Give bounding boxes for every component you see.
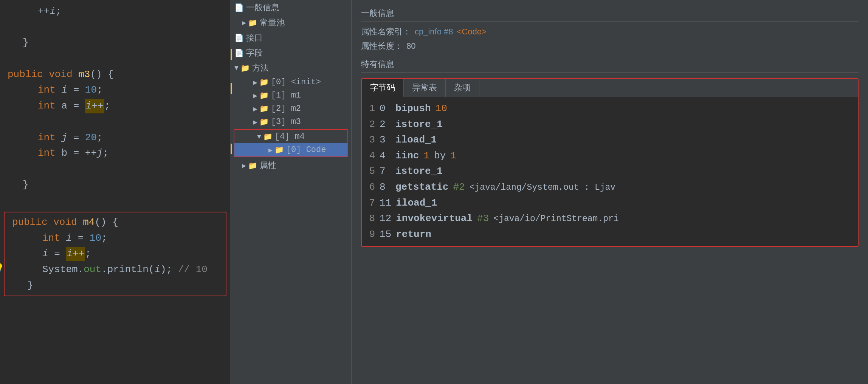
folder-icon: 📁	[248, 18, 257, 28]
bulb-icon: 💡	[0, 263, 4, 275]
yellow-marker-2	[231, 83, 232, 94]
bc-row-6: 6 8 getstatic #2 <java/lang/System.out :…	[367, 180, 852, 195]
folder-icon-m4: 📁	[263, 132, 273, 141]
special-section-title: 特有信息	[361, 59, 859, 73]
attr-len-value: 80	[406, 41, 415, 51]
tree-item-m4[interactable]: ▼ 📁 [4] m4	[234, 130, 347, 143]
bytecode-tabs: 字节码 异常表 杂项	[362, 79, 858, 97]
bc-row-5: 5 7 istore_1	[367, 164, 852, 180]
tab-bytecode[interactable]: 字节码	[362, 79, 404, 97]
attr-name-row: 属性名索引： cp_info #8 <Code>	[361, 26, 859, 37]
folder-icon-m4-code: 📁	[274, 145, 284, 155]
m3-blank	[0, 114, 230, 130]
m4-tree-box: ▼ 📁 [4] m4 ▶ 📁 [0] Code	[234, 129, 348, 157]
m3-close: }	[0, 177, 230, 193]
tab-exception-table[interactable]: 异常表	[404, 79, 446, 97]
m3-line4: int b = ++j;	[0, 146, 230, 161]
bc-row-2: 2 2 istore_1	[367, 117, 852, 133]
tree-item-attrs[interactable]: ▶ 📁 属性	[231, 158, 351, 173]
bc-row-1: 1 0 bipush 10	[367, 101, 852, 117]
tree-item-m2[interactable]: ▶ 📁 [2] m2	[231, 102, 351, 115]
m3-blank2	[0, 161, 230, 177]
code-line-blank	[0, 20, 230, 36]
folder-icon-m1: 📁	[259, 91, 269, 100]
doc-icon-2: 📄	[234, 33, 244, 43]
tree-item-methods[interactable]: ▼ 📁 方法	[231, 60, 351, 76]
tree-item-m4-code[interactable]: ▶ 📁 [0] Code	[234, 143, 347, 156]
m4-highlighted-box: public void m4() { int i = 10; i = i++; …	[4, 212, 226, 296]
attr-len-row: 属性长度： 80	[361, 40, 859, 52]
yellow-marker-1	[231, 49, 232, 60]
m2-arrow: ▶	[253, 105, 257, 113]
tree-item-general[interactable]: 📄 一般信息	[231, 0, 351, 15]
tree-item-interface[interactable]: 📄 接口	[231, 30, 351, 45]
folder-icon-attrs: 📁	[248, 161, 257, 170]
tree-item-fields[interactable]: 📄 字段	[231, 45, 351, 60]
m3-line1: int i = 10;	[0, 82, 230, 98]
m4-line3: 💡 System.out.println(i); // 10	[5, 262, 226, 278]
m4-line2: i = i++;	[5, 246, 226, 262]
code-line-close1: }	[0, 35, 230, 51]
folder-icon-methods: 📁	[240, 63, 250, 73]
bc-row-9: 9 15 return	[367, 227, 852, 243]
code-line-inc: ++i;	[0, 4, 230, 20]
tree-item-constant-pool[interactable]: ▶ 📁 常量池	[231, 15, 351, 30]
attrs-arrow: ▶	[242, 161, 246, 170]
m4-signature: public void m4() {	[5, 215, 226, 231]
bc-row-7: 7 11 iload_1	[367, 195, 852, 211]
attr-len-label: 属性长度：	[361, 40, 403, 52]
folder-icon-m3: 📁	[259, 117, 269, 127]
attr-name-label: 属性名索引：	[361, 26, 411, 37]
tree-item-m1[interactable]: ▶ 📁 [1] m1	[231, 89, 351, 102]
m1-arrow: ▶	[253, 91, 257, 100]
tree-panel: 📄 一般信息 ▶ 📁 常量池 📄 接口 📄 字段 ▼ 📁 方法 ▶ 📁 [0] …	[231, 0, 352, 384]
bytecode-content: 1 0 bipush 10 2 2 istore_1 3 3 iload_1 4…	[362, 97, 858, 246]
bc-row-8: 8 12 invokevirtual #3 <java/io/PrintStre…	[367, 211, 852, 227]
m4-arrow: ▼	[257, 133, 261, 141]
m3-line2: int a = i++;	[0, 98, 230, 114]
info-panel: 一般信息 属性名索引： cp_info #8 <Code> 属性长度： 80 特…	[352, 0, 868, 384]
bc-row-3: 3 3 iload_1	[367, 132, 852, 148]
code-editor: ++i; } public void m3() { int i = 10; in…	[0, 0, 231, 384]
m4-code-arrow: ▶	[268, 146, 273, 154]
folder-icon-init: 📁	[259, 77, 269, 87]
tree-item-init[interactable]: ▶ 📁 [0] <init>	[231, 76, 351, 89]
m3-line3: int j = 20;	[0, 130, 230, 146]
m4-close: }	[5, 278, 226, 294]
gap	[0, 193, 230, 209]
yellow-marker-3	[231, 144, 232, 154]
code-line-blank2	[0, 51, 230, 67]
init-arrow: ▶	[253, 78, 257, 87]
m4-line1: int i = 10;	[5, 231, 226, 246]
folder-icon-m2: 📁	[259, 104, 269, 113]
doc-icon: 📄	[234, 3, 244, 12]
m3-arrow: ▶	[253, 118, 257, 126]
bc-row-4: 4 4 iinc 1 by 1	[367, 148, 852, 164]
m3-signature: public void m3() {	[0, 67, 230, 83]
methods-arrow: ▼	[234, 64, 239, 72]
tab-misc[interactable]: 杂项	[446, 79, 479, 97]
arrow-icon: ▶	[242, 19, 246, 27]
general-section-title: 一般信息	[361, 8, 859, 22]
tree-item-m3[interactable]: ▶ 📁 [3] m3	[231, 115, 351, 129]
bytecode-container: 字节码 异常表 杂项 1 0 bipush 10 2 2 istore_1 3 …	[361, 78, 859, 247]
attr-name-link[interactable]: cp_info #8	[415, 27, 453, 37]
doc-icon-3: 📄	[234, 48, 244, 58]
attr-name-tag: <Code>	[457, 27, 487, 37]
